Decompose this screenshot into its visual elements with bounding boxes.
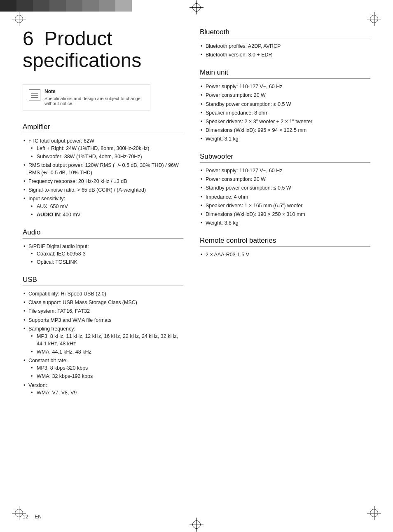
page-content: 6 Productspecifications Note Specificati… — [0, 12, 393, 423]
amplifier-list: FTC total output power: 62W Left + Right… — [23, 137, 183, 218]
registration-mark-bottom-left — [15, 509, 23, 517]
list-item: Impedance: 4 ohm — [200, 193, 370, 201]
list-item: Class support: USB Mass Storage Class (M… — [23, 299, 183, 306]
list-item: Constant bit rate: MP3: 8 kbps-320 kbps … — [23, 357, 183, 380]
list-item: Speaker impedance: 8 ohm — [200, 109, 370, 117]
section-bluetooth: Bluetooth Bluetooth profiles: A2DP, AVRC… — [200, 28, 370, 59]
list-item: AUDIO IN: 400 mV — [28, 211, 183, 218]
section-amplifier: Amplifier FTC total output power: 62W Le… — [23, 123, 183, 218]
list-item: RMS total output power: 120W RMS (+/- 0.… — [23, 162, 183, 176]
list-item: Bluetooth version: 3.0 + EDR — [200, 51, 370, 59]
footer-language: EN — [35, 514, 42, 520]
right-column: Bluetooth Bluetooth profiles: A2DP, AVRC… — [200, 28, 370, 406]
footer: 12 EN — [23, 514, 42, 520]
registration-mark-top-left — [15, 15, 23, 23]
list-item: Dimensions (WxHxD): 995 × 94 × 102.5 mm — [200, 127, 370, 134]
note-text: Specifications and design are subject to… — [44, 96, 144, 106]
list-item: WMA: 32 kbps-192 kbps — [28, 373, 183, 380]
top-color-bar — [0, 0, 393, 12]
main-unit-list: Power supply: 110-127 V~, 60 Hz Power co… — [200, 83, 370, 143]
section-usb: USB Compatibility: Hi-Speed USB (2.0) Cl… — [23, 276, 183, 396]
list-item: Speaker drivers: 1 × 165 mm (6.5") woofe… — [200, 202, 370, 209]
list-item: File system: FAT16, FAT32 — [23, 307, 183, 315]
list-item: WMA: 44.1 kHz, 48 kHz — [28, 348, 183, 356]
list-item: Weight: 3.1 kg — [200, 135, 370, 143]
note-icon — [29, 89, 40, 101]
note-title: Note — [44, 89, 144, 94]
list-item: Speaker drivers: 2 × 3" woofer + 2 × 1" … — [200, 118, 370, 125]
section-main-unit: Main unit Power supply: 110-127 V~, 60 H… — [200, 68, 370, 143]
list-item: Power supply: 110-127 V~, 60 Hz — [200, 83, 370, 90]
list-item: Power consumption: 20 W — [200, 176, 370, 183]
list-item: Weight: 3.8 kg — [200, 219, 370, 227]
list-item: Version: WMA: V7, V8, V9 — [23, 382, 183, 396]
list-item: Sampling frequency: MP3: 8 kHz, 11 kHz, … — [23, 325, 183, 356]
chapter-number: 6 — [23, 28, 34, 49]
registration-mark-bottom-right — [370, 509, 378, 517]
list-item: WMA: V7, V8, V9 — [28, 389, 183, 396]
list-item: Standby power consumption: ≤ 0.5 W — [200, 184, 370, 192]
section-remote-title: Remote control batteries — [200, 237, 370, 247]
list-item: Signal-to-noise ratio: > 65 dB (CCIR) / … — [23, 186, 183, 194]
list-item: Input sensitivity: AUX: 650 mV AUDIO IN:… — [23, 195, 183, 218]
list-item: Bluetooth profiles: A2DP, AVRCP — [200, 42, 370, 50]
list-item: AUX: 650 mV — [28, 203, 183, 210]
list-item: MP3: 8 kbps-320 kbps — [28, 364, 183, 372]
list-item: Dimensions (WxHxD): 190 × 250 × 310 mm — [200, 211, 370, 218]
registration-mark-bottom-center — [192, 520, 201, 529]
remote-list: 2 × AAA-R03-1.5 V — [200, 251, 370, 258]
section-subwoofer: Subwoofer Power supply: 110-127 V~, 60 H… — [200, 152, 370, 227]
list-item: Coaxial: IEC 60958-3 — [28, 250, 183, 258]
section-subwoofer-title: Subwoofer — [200, 152, 370, 163]
section-main-unit-title: Main unit — [200, 68, 370, 79]
footer-page-number: 12 — [23, 514, 28, 520]
list-item: Compatibility: Hi-Speed USB (2.0) — [23, 290, 183, 298]
list-item: Power supply: 110-127 V~, 60 Hz — [200, 167, 370, 174]
usb-list: Compatibility: Hi-Speed USB (2.0) Class … — [23, 290, 183, 396]
note-box: Note Specifications and design are subje… — [23, 84, 150, 110]
note-content: Note Specifications and design are subje… — [44, 89, 144, 106]
list-item: FTC total output power: 62W Left + Right… — [23, 137, 183, 160]
section-bluetooth-title: Bluetooth — [200, 28, 370, 38]
section-audio-title: Audio — [23, 228, 183, 239]
section-audio: Audio S/PDIF Digital audio input: Coaxia… — [23, 228, 183, 266]
list-item: Subwoofer: 38W (1%THD, 4ohm, 30Hz-70Hz) — [28, 153, 183, 160]
list-item: Left + Right: 24W (1%THD, 8ohm, 300Hz-20… — [28, 145, 183, 152]
bluetooth-list: Bluetooth profiles: A2DP, AVRCP Bluetoot… — [200, 42, 370, 59]
list-item: Supports MP3 and WMA file formats — [23, 316, 183, 324]
list-item: S/PDIF Digital audio input: Coaxial: IEC… — [23, 243, 183, 266]
section-remote: Remote control batteries 2 × AAA-R03-1.5… — [200, 237, 370, 258]
list-item: 2 × AAA-R03-1.5 V — [200, 251, 370, 258]
list-item: Power consumption: 20 W — [200, 91, 370, 99]
list-item: MP3: 8 kHz, 11 kHz, 12 kHz, 16 kHz, 22 k… — [28, 333, 183, 347]
audio-list: S/PDIF Digital audio input: Coaxial: IEC… — [23, 243, 183, 266]
section-usb-title: USB — [23, 276, 183, 286]
registration-mark-top-right — [370, 15, 378, 23]
left-column: 6 Productspecifications Note Specificati… — [23, 28, 183, 406]
section-amplifier-title: Amplifier — [23, 123, 183, 133]
list-item: Standby power consumption: ≤ 0.5 W — [200, 101, 370, 108]
subwoofer-list: Power supply: 110-127 V~, 60 Hz Power co… — [200, 167, 370, 227]
list-item: Frequency response: 20 Hz-20 kHz / ±3 dB — [23, 178, 183, 185]
page-title: 6 Productspecifications — [23, 28, 183, 72]
list-item: Optical: TOSLINK — [28, 258, 183, 266]
